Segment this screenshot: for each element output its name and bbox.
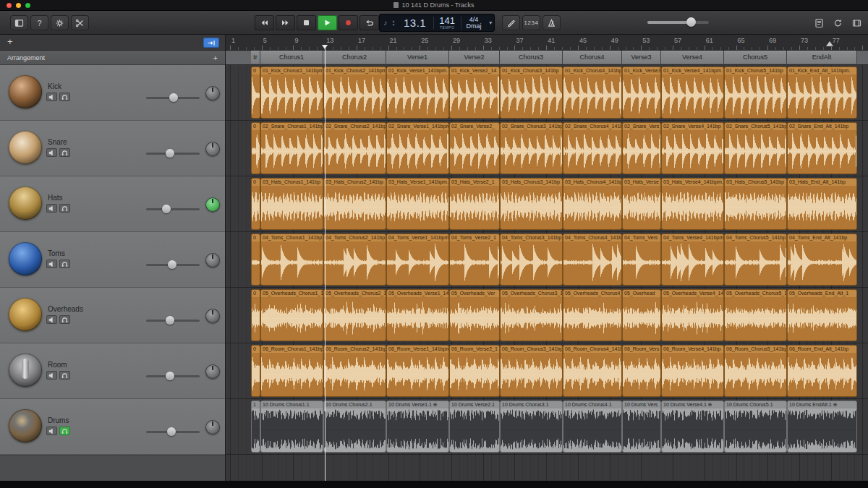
audio-region[interactable]: 05_Overhead bbox=[622, 289, 661, 341]
track-header[interactable]: Drums bbox=[0, 399, 225, 455]
audio-region[interactable]: 04_Toms_Verse2_1 bbox=[449, 234, 500, 286]
audio-region[interactable]: 1 bbox=[251, 401, 260, 453]
pan-knob[interactable] bbox=[205, 253, 220, 267]
pan-knob[interactable] bbox=[205, 197, 220, 212]
track-header[interactable]: Overheads bbox=[0, 288, 225, 343]
audio-region[interactable]: 10 Drums Vers bbox=[622, 401, 661, 453]
smart-controls-button[interactable] bbox=[51, 15, 69, 30]
track-volume-slider[interactable] bbox=[146, 149, 200, 158]
mute-button[interactable] bbox=[46, 148, 57, 157]
audio-region[interactable]: 06_Room_Chorus4_141bp bbox=[563, 345, 622, 397]
lcd-steppers[interactable]: ▲▼ bbox=[391, 20, 395, 27]
audio-region[interactable]: 02_Snare_Chorus5_141bp bbox=[724, 122, 787, 174]
mute-button[interactable] bbox=[46, 371, 57, 380]
track-volume-slider[interactable] bbox=[146, 427, 200, 436]
audio-region[interactable]: 04_Toms_Chorus5_141bp bbox=[724, 234, 787, 286]
master-volume-slider[interactable] bbox=[647, 21, 709, 24]
pan-knob[interactable] bbox=[205, 309, 220, 323]
audio-region[interactable]: 05_Overheads_Chorus5_1 bbox=[724, 289, 787, 341]
track-volume-slider[interactable] bbox=[146, 205, 200, 213]
audio-region[interactable]: 05_Overheads_Chorus2_1 bbox=[323, 289, 386, 341]
add-arrangement-marker-button[interactable]: + bbox=[213, 53, 218, 62]
track-volume-slider[interactable] bbox=[146, 316, 200, 325]
audio-region[interactable]: 03_Hats_Chorus4_141bp bbox=[563, 178, 622, 230]
chevron-down-icon[interactable]: ▾ bbox=[486, 20, 495, 26]
pan-knob[interactable] bbox=[205, 364, 220, 379]
audio-region[interactable]: 04_Toms_Vers bbox=[622, 234, 661, 286]
audio-region[interactable]: 0 bbox=[251, 289, 260, 341]
solo-button[interactable] bbox=[59, 260, 70, 268]
audio-region[interactable]: 01_Kick_Verse2_14 bbox=[449, 67, 500, 119]
mute-button[interactable] bbox=[46, 204, 57, 213]
audio-region[interactable]: 05_Overheads_Verse1_14 bbox=[386, 289, 449, 341]
audio-region[interactable]: 05_Overheads_Chorus3_1 bbox=[500, 289, 563, 341]
audio-region[interactable]: 03_Hats_Chorus5_141bp bbox=[724, 178, 787, 230]
cycle-button[interactable] bbox=[359, 15, 379, 30]
solo-button[interactable] bbox=[59, 427, 70, 435]
editors-button[interactable] bbox=[71, 15, 89, 30]
audio-region[interactable]: 01_Kick_Chorus1_141bpm bbox=[260, 67, 323, 119]
audio-region[interactable]: 05_Overheads_End_Alt_1 bbox=[787, 289, 857, 341]
mute-button[interactable] bbox=[46, 315, 57, 324]
audio-region[interactable]: 02_Snare_Chorus1_141bp bbox=[260, 122, 323, 174]
audio-region[interactable]: 05_Overheads_Verse4_14 bbox=[661, 289, 724, 341]
audio-region[interactable]: 04_Toms_Chorus3_141bp bbox=[500, 234, 563, 286]
audio-region[interactable]: 10 Drums Chorus1.1 bbox=[260, 401, 323, 453]
audio-region[interactable]: 06_Room_End_Alt_141bp bbox=[787, 345, 857, 397]
arrangement-marker[interactable]: Chorus4 bbox=[563, 51, 622, 64]
audio-region[interactable]: 01_Kick_Chorus3_141bp bbox=[500, 67, 563, 119]
audio-region[interactable]: 10 Drums Chorus4.1 bbox=[563, 401, 622, 453]
solo-button[interactable] bbox=[59, 204, 70, 213]
audio-region[interactable]: 03_Hats_Chorus1_141bp bbox=[260, 178, 323, 230]
track-volume-slider[interactable] bbox=[146, 260, 200, 269]
arrangement-marker[interactable]: Verse1 bbox=[386, 51, 449, 64]
library-button[interactable] bbox=[10, 15, 28, 30]
mute-button[interactable] bbox=[46, 260, 57, 268]
audio-region[interactable]: 03_Hats_End_Alt_141bp bbox=[787, 178, 857, 230]
key-signature-readout[interactable]: 4/4Dmaj bbox=[461, 17, 487, 30]
stop-button[interactable] bbox=[297, 15, 316, 30]
arrangement-marker[interactable]: Verse3 bbox=[622, 51, 661, 64]
audio-region[interactable]: 05_Overheads_Ver bbox=[449, 289, 500, 341]
volume-thumb[interactable] bbox=[162, 205, 171, 213]
mute-button[interactable] bbox=[46, 427, 57, 435]
audio-region[interactable]: 06_Room_Chorus2_141bp bbox=[323, 345, 386, 397]
tempo-readout[interactable]: 141TEMPO bbox=[434, 16, 461, 30]
audio-region[interactable]: 01_Kick_Verse3 bbox=[622, 67, 661, 119]
audio-region[interactable]: 01_Kick_End_Alt_141bpm. bbox=[787, 67, 857, 119]
arrangement-marker[interactable]: Chorus2 bbox=[323, 51, 386, 64]
audio-region[interactable]: 06_Room_Chorus5_141bp bbox=[724, 345, 787, 397]
audio-region[interactable]: 10 Drums Chorus5.1 bbox=[724, 401, 787, 453]
audio-region[interactable]: 01_Kick_Chorus2_141bpm bbox=[323, 67, 386, 119]
audio-region[interactable]: 06_Room_Verse1_141bpm bbox=[386, 345, 449, 397]
audio-region[interactable]: 04_Toms_Chorus4_141bp bbox=[563, 234, 622, 286]
audio-region[interactable]: 04_Toms_Chorus1_141bp bbox=[260, 234, 323, 286]
record-button[interactable] bbox=[339, 15, 358, 30]
audio-region[interactable]: 03_Hats_Verse4_141bpm. bbox=[661, 178, 724, 230]
audio-region[interactable]: 02_Snare_Verse1_141bpm bbox=[386, 122, 449, 174]
audio-region[interactable]: 03_Hats_Chorus3_141bp bbox=[500, 178, 563, 230]
track-header[interactable]: Room bbox=[0, 343, 225, 399]
audio-region[interactable]: 10 Drums Verse4.1 ⊕ bbox=[661, 401, 724, 453]
audio-region[interactable]: 02_Snare_Chorus2_141bp bbox=[323, 122, 386, 174]
audio-region[interactable]: 03_Hats_Verse bbox=[622, 178, 661, 230]
audio-region[interactable]: 02_Snare_End_Alt_141bp bbox=[787, 122, 857, 174]
audio-region[interactable]: 01_Kick_Chorus5_141bp bbox=[724, 67, 787, 119]
audio-region[interactable]: 04_Toms_Chorus2_141bp bbox=[323, 234, 386, 286]
volume-thumb[interactable] bbox=[686, 17, 696, 27]
arrangement-marker[interactable]: Verse4 bbox=[661, 51, 724, 64]
track-header[interactable]: Hats bbox=[0, 176, 225, 232]
arrangement-track-header[interactable]: Arrangement + bbox=[0, 51, 225, 65]
volume-thumb[interactable] bbox=[168, 260, 176, 269]
audio-region[interactable]: 0 bbox=[251, 122, 260, 174]
audio-region[interactable]: 02_Snare_Vers bbox=[622, 122, 661, 174]
audio-region[interactable]: 03_Hats_Verse1_141bpm. bbox=[386, 178, 449, 230]
arrangement-marker[interactable]: Chorus1 bbox=[260, 51, 323, 64]
catch-playhead-button[interactable] bbox=[203, 38, 219, 48]
add-track-button[interactable]: + bbox=[7, 36, 13, 47]
volume-thumb[interactable] bbox=[167, 427, 176, 436]
audio-region[interactable]: 03_Hats_Verse2_1 bbox=[449, 178, 500, 230]
pencil-button[interactable] bbox=[502, 15, 520, 30]
volume-thumb[interactable] bbox=[166, 372, 174, 380]
audio-region[interactable]: 06_Room_Verse2_1 bbox=[449, 345, 500, 397]
